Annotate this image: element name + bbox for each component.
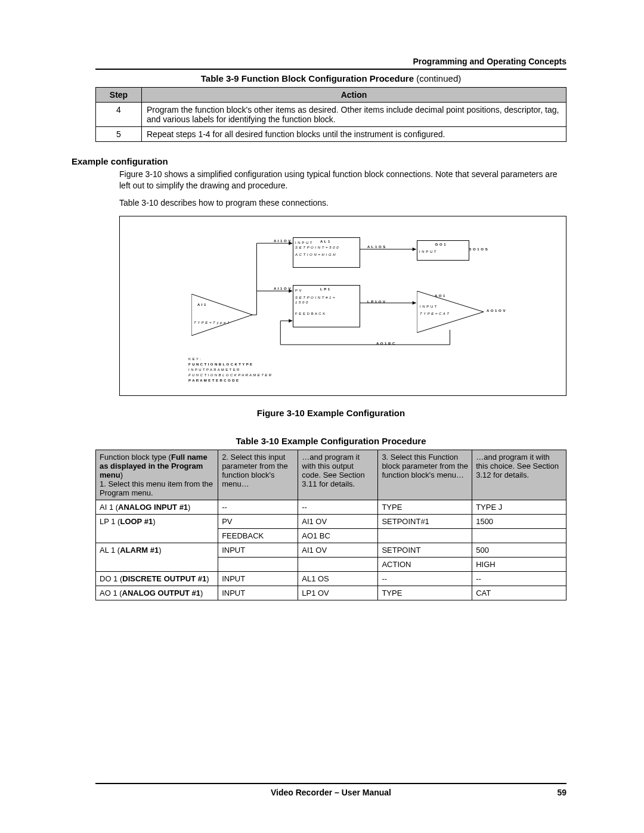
txt: ): [153, 517, 155, 526]
block-ao1-title: A O 1: [435, 294, 445, 298]
cell: AO1 BC: [298, 528, 378, 543]
cell: AL1 OS: [298, 571, 378, 586]
cell: CAT: [472, 586, 566, 600]
txt: ): [200, 589, 203, 597]
cell: LP 1 (LOOP #1): [96, 514, 218, 543]
key-line: F U N C T I O N B L O C K P A R A M E T …: [188, 373, 272, 378]
table-row: 4 Program the function block's other ite…: [96, 103, 566, 127]
signal-lp1ov: L P 1 O V: [367, 300, 386, 304]
key-line: F U N C T I O N B L O C K T Y P E: [188, 362, 272, 367]
svg-marker-15: [191, 294, 252, 336]
block-do1-input: I N P U T: [419, 249, 467, 254]
figure-caption: Figure 3-10 Example Configuration: [95, 408, 566, 418]
action-cell: Repeat steps 1-4 for all desired functio…: [142, 127, 566, 142]
table310-title: Table 3-10 Example Configuration Procedu…: [95, 436, 566, 446]
txt: ANALOG INPUT #1: [118, 503, 188, 512]
col-action-header: Action: [142, 88, 566, 103]
block-lp1-feedback: F E E D B A C K: [295, 311, 358, 316]
cell: DO 1 (DISCRETE OUTPUT #1): [96, 571, 218, 586]
block-lp1-sp2: 1 5 0 0: [295, 300, 358, 305]
key-line: I N P U T P A R A M E T E R: [188, 367, 272, 373]
cell: --: [298, 500, 378, 514]
txt: LP 1 (: [100, 517, 120, 526]
block-ao1-input: I N P U T: [420, 305, 437, 308]
cell: AI 1 (ANALOG INPUT #1): [96, 500, 218, 514]
table-row: Function block type (Full name as displa…: [96, 450, 566, 500]
table39-title: Table 3-9 Function Block Configuration P…: [95, 73, 566, 83]
block-ai1-triangle: [191, 294, 254, 336]
signal-ao1ov: A O 1 O V: [487, 309, 506, 312]
cell: TYPE J: [472, 500, 566, 514]
cell: TYPE: [378, 586, 472, 600]
col-step-header: Step: [96, 88, 142, 103]
block-lp1-sp: S E T P O I N T # 1 =: [295, 295, 358, 300]
txt: AI 1 (: [100, 503, 118, 512]
cell: AI1 OV: [298, 514, 378, 528]
signal-al1os: A L 1 O S: [367, 245, 386, 249]
cell: 1500: [472, 514, 566, 528]
cell: [218, 557, 298, 571]
txt: AL 1 (: [100, 546, 120, 555]
t310-h1d: 1. Select this menu item from the Progra…: [100, 479, 213, 497]
cell: AL 1 (ALARM #1): [96, 543, 218, 571]
txt: ): [188, 503, 190, 512]
cell: INPUT: [218, 571, 298, 586]
block-ai1-title: A I 1: [197, 303, 206, 306]
table39-title-prefix: Table 3-9 Function Block Configuration P…: [201, 73, 416, 83]
table-row: Step Action: [96, 88, 566, 103]
svg-marker-9: [413, 301, 416, 305]
footer-rule: [95, 783, 566, 784]
t310-h3: …and program it with this output code. S…: [298, 450, 378, 500]
section-heading-example: Example configuration: [72, 156, 566, 166]
cell: --: [378, 571, 472, 586]
t310-h1a: Function block type (: [100, 453, 171, 462]
table-row: DO 1 (DISCRETE OUTPUT #1) INPUT AL1 OS -…: [96, 571, 566, 586]
page-number: 59: [543, 788, 566, 797]
action-cell: Program the function block's other items…: [142, 103, 566, 127]
block-al1-title: A L 1: [320, 239, 330, 244]
cell: LP1 OV: [298, 586, 378, 600]
cell: SETPOINT#1: [378, 514, 472, 528]
cell: AI1 OV: [298, 543, 378, 557]
block-lp1-title: L P 1: [320, 287, 330, 292]
table-row: AO 1 (ANALOG OUTPUT #1) INPUT LP1 OV TYP…: [96, 586, 566, 600]
txt: ): [206, 574, 209, 583]
cell: INPUT: [218, 586, 298, 600]
cell: INPUT: [218, 543, 298, 557]
table-row: AI 1 (ANALOG INPUT #1) -- -- TYPE TYPE J: [96, 500, 566, 514]
table-3-10: Function block type (Full name as displa…: [95, 450, 566, 600]
cell: PV: [218, 514, 298, 528]
cell: --: [218, 500, 298, 514]
key-line: P A R A M E T E R C O D E: [188, 378, 272, 383]
cell: 500: [472, 543, 566, 557]
figure-key: K E Y : F U N C T I O N B L O C K T Y P …: [188, 357, 272, 383]
step-cell: 5: [96, 127, 142, 142]
cell: ACTION: [378, 557, 472, 571]
cell: AO 1 (ANALOG OUTPUT #1): [96, 586, 218, 600]
cell: HIGH: [472, 557, 566, 571]
table-3-9: Step Action 4 Program the function block…: [95, 87, 566, 142]
key-label: K E Y :: [188, 357, 272, 362]
cell: [378, 528, 472, 543]
block-do1: D O 1 I N P U T: [417, 240, 469, 261]
block-al1-action: A C T I O N = H I G H: [295, 252, 358, 257]
header-section-title: Programming and Operating Concepts: [95, 57, 566, 66]
block-al1-setpoint: S E T P O I N T = 5 0 0: [295, 245, 358, 250]
t310-h2: 2. Select this input parameter from the …: [218, 450, 298, 500]
t310-h4: 3. Select this Function block parameter …: [378, 450, 472, 500]
svg-marker-3: [413, 247, 416, 251]
signal-ai1ov-top: A I 1 O V: [274, 239, 291, 243]
txt: ANALOG OUTPUT #1: [122, 589, 200, 597]
table-row: 5 Repeat steps 1-4 for all desired funct…: [96, 127, 566, 142]
step-cell: 4: [96, 103, 142, 127]
table-row: LP 1 (LOOP #1) PV AI1 OV SETPOINT#1 1500: [96, 514, 566, 528]
t310-h5: …and program it with this choice. See Se…: [472, 450, 566, 500]
header-rule: [95, 69, 566, 70]
cell: FEEDBACK: [218, 528, 298, 543]
txt: ALARM #1: [120, 546, 159, 555]
signal-do1os: D O 1 O S: [469, 247, 488, 251]
txt: ): [159, 546, 161, 555]
paragraph: Table 3-10 describes how to program thes…: [119, 197, 566, 209]
signal-ai1ov-mid: A I 1 O V: [274, 287, 291, 290]
block-ai1-type: T Y P E = T y p e J: [194, 321, 230, 324]
